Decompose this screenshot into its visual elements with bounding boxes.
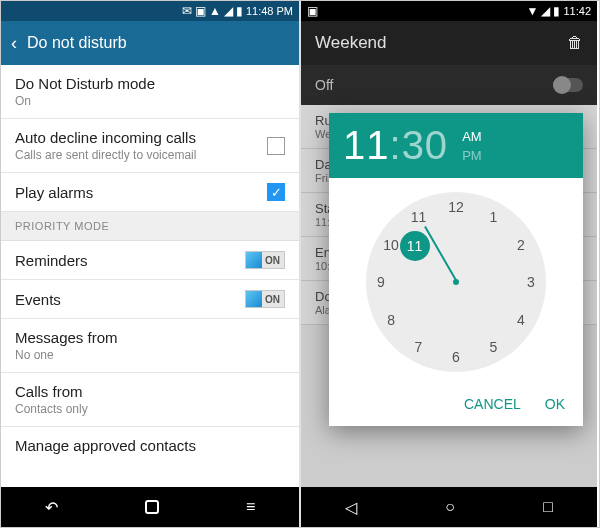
calls-from-label: Calls from [15,383,285,400]
reminders-toggle[interactable]: ON [245,251,285,269]
row-messages-from[interactable]: Messages from No one [1,319,299,373]
right-screen: ▣ ▼ ◢ ▮ 11:42 Weekend 🗑 Off Rule n Weeke… [301,1,597,527]
content-area: Rule n Weeke Days Fri, Sat Start ti 11:3… [301,105,597,487]
clock-number[interactable]: 8 [379,308,403,332]
reminders-label: Reminders [15,252,245,269]
row-dnd-mode[interactable]: Do Not Disturb mode On [1,65,299,119]
row-auto-decline[interactable]: Auto decline incoming calls Calls are se… [1,119,299,173]
delete-icon[interactable]: 🗑 [567,34,583,52]
clock-number[interactable]: 11 [407,205,431,229]
auto-decline-label: Auto decline incoming calls [15,129,267,146]
nav-bar: ↶ ≡ [1,487,299,527]
nav-back-icon[interactable]: ↶ [45,498,58,517]
battery-icon: ▮ [553,4,560,18]
events-label: Events [15,291,245,308]
time-picker-dialog: 11:30 AM PM 11 121234567891011 CANCEL [329,113,583,426]
section-priority: PRIORITY MODE [1,212,299,241]
hour-value[interactable]: 11 [343,123,390,167]
auto-decline-sub: Calls are sent directly to voicemail [15,148,267,162]
clock-number[interactable]: 1 [482,205,506,229]
dnd-mode-value: On [15,94,285,108]
selected-hour[interactable]: 11 [400,231,430,261]
image-icon: ▣ [307,4,318,18]
enable-switch[interactable] [553,78,583,92]
left-screen: ✉ ▣ ▲ ◢ ▮ 11:48 PM ‹ Do not disturb Do N… [1,1,301,527]
clock-area: 11 121234567891011 [329,178,583,386]
row-events[interactable]: Events ON [1,280,299,319]
nav-bar-r: ◁ ○ □ [301,487,597,527]
clock-number[interactable]: 7 [407,335,431,359]
clock-number[interactable]: 5 [482,335,506,359]
clock-number[interactable]: 10 [379,233,403,257]
header-bar-r: Weekend 🗑 [301,21,597,65]
battery-icon: ▮ [236,4,243,18]
row-approved-contacts[interactable]: Manage approved contacts [1,427,299,464]
messages-from-value: No one [15,348,285,362]
dialog-actions: CANCEL OK [329,386,583,426]
nav-home-icon[interactable] [145,500,159,514]
wifi-icon: ▲ [209,4,221,18]
clock-number[interactable]: 12 [444,195,468,219]
off-row[interactable]: Off [301,65,597,105]
status-time-r: 11:42 [563,5,591,17]
signal-icon: ◢ [541,4,550,18]
cancel-button[interactable]: CANCEL [464,396,521,412]
off-label: Off [315,77,333,93]
ampm-group: AM PM [462,129,482,163]
ok-button[interactable]: OK [545,396,565,412]
approved-label: Manage approved contacts [15,437,285,454]
settings-list: Do Not Disturb mode On Auto decline inco… [1,65,299,487]
status-bar: ✉ ▣ ▲ ◢ ▮ 11:48 PM [1,1,299,21]
dnd-mode-label: Do Not Disturb mode [15,75,285,92]
mail-icon: ✉ [182,4,192,18]
clock-hand [424,226,458,282]
nav-back-icon[interactable]: ◁ [345,498,357,517]
play-alarms-checkbox[interactable]: ✓ [267,183,285,201]
time-display: 11:30 [343,123,448,168]
page-title: Do not disturb [27,34,127,52]
page-title-r: Weekend [315,33,387,53]
calls-from-value: Contacts only [15,402,285,416]
status-time: 11:48 PM [246,5,293,17]
clock-number[interactable]: 3 [519,270,543,294]
wifi-icon: ▼ [527,4,539,18]
row-calls-from[interactable]: Calls from Contacts only [1,373,299,427]
events-toggle[interactable]: ON [245,290,285,308]
status-bar-r: ▣ ▼ ◢ ▮ 11:42 [301,1,597,21]
back-icon[interactable]: ‹ [11,33,17,54]
clock-number[interactable]: 4 [509,308,533,332]
chat-icon: ▣ [195,4,206,18]
clock-number[interactable]: 2 [509,233,533,257]
messages-from-label: Messages from [15,329,285,346]
nav-recent-icon[interactable]: ≡ [246,498,255,516]
clock-number[interactable]: 9 [369,270,393,294]
am-option[interactable]: AM [462,129,482,144]
auto-decline-checkbox[interactable] [267,137,285,155]
time-picker-header: 11:30 AM PM [329,113,583,178]
header-bar: ‹ Do not disturb [1,21,299,65]
play-alarms-label: Play alarms [15,184,267,201]
clock-face[interactable]: 11 121234567891011 [366,192,546,372]
row-play-alarms[interactable]: Play alarms ✓ [1,173,299,212]
row-reminders[interactable]: Reminders ON [1,241,299,280]
clock-number[interactable]: 6 [444,345,468,369]
pm-option[interactable]: PM [462,148,482,163]
nav-recent-icon[interactable]: □ [543,498,553,516]
minute-value[interactable]: 30 [402,123,449,167]
signal-icon: ◢ [224,4,233,18]
nav-home-icon[interactable]: ○ [445,498,455,516]
